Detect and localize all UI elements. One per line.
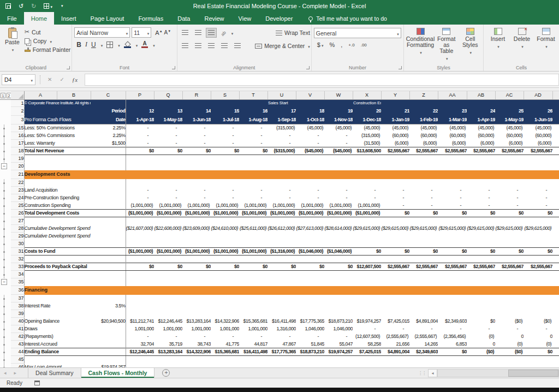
cell[interactable]: [182, 163, 211, 170]
cell[interactable]: (60,000): [438, 132, 467, 140]
cell[interactable]: [211, 356, 239, 364]
cell[interactable]: ($29,615,000): [524, 225, 552, 233]
cell[interactable]: [239, 233, 267, 240]
cell[interactable]: ($1,001,000): [154, 210, 182, 217]
cell[interactable]: ($25,611,000): [239, 225, 267, 233]
cell[interactable]: [552, 187, 559, 194]
cell-assumption[interactable]: [91, 100, 126, 107]
cell[interactable]: [438, 163, 467, 170]
cell[interactable]: (60,000): [495, 132, 524, 140]
cell[interactable]: (45,000): [409, 124, 438, 132]
cell[interactable]: [324, 302, 353, 310]
cell[interactable]: 1-Aug-18: [239, 116, 267, 124]
cell[interactable]: [495, 302, 524, 310]
cell-label[interactable]: © Corporate Finance Institute. All right…: [24, 100, 91, 107]
cell[interactable]: (1,001,000): [296, 202, 324, 210]
row-header-43[interactable]: 43: [11, 341, 24, 348]
column-header-P[interactable]: P: [126, 91, 154, 100]
cell[interactable]: [154, 163, 182, 170]
cell[interactable]: [211, 364, 239, 368]
cell[interactable]: ($29,615,000): [495, 225, 524, 233]
cell-label[interactable]: Proceeds to Payback Capital: [24, 263, 91, 271]
font-size-select[interactable]: 11: [132, 27, 151, 38]
cell[interactable]: 1-Jan-19: [381, 116, 409, 124]
cell[interactable]: ($0): [495, 348, 524, 356]
cell[interactable]: -: [438, 325, 467, 333]
cell[interactable]: [552, 155, 559, 163]
section-banner[interactable]: Development Costs: [24, 170, 559, 179]
cell-label[interactable]: [24, 256, 91, 263]
underline-button[interactable]: U: [91, 41, 96, 49]
cell[interactable]: [154, 256, 182, 263]
cell[interactable]: [324, 278, 353, 286]
cell[interactable]: (1,001,000): [182, 202, 211, 210]
column-header-A[interactable]: A: [24, 91, 57, 100]
cell[interactable]: [182, 233, 211, 240]
cell[interactable]: [467, 233, 495, 240]
cell[interactable]: $16,411,498: [267, 318, 296, 325]
cell[interactable]: [126, 155, 154, 163]
cell[interactable]: [239, 217, 267, 225]
cell[interactable]: [438, 278, 467, 286]
cell[interactable]: [126, 233, 154, 240]
row-header-33[interactable]: 33: [11, 263, 24, 271]
cell-assumption[interactable]: [91, 325, 126, 333]
cell[interactable]: $4,891,004: [409, 318, 438, 325]
align-middle-button[interactable]: [193, 28, 204, 38]
cell[interactable]: $12,246,445: [154, 318, 182, 325]
cell-label[interactable]: Land Acquisition: [24, 187, 91, 194]
cell[interactable]: 1-Nov-18: [324, 116, 353, 124]
cell[interactable]: [211, 163, 239, 170]
cell[interactable]: $2,555,667: [495, 263, 524, 271]
cell[interactable]: $0: [296, 263, 324, 271]
cell[interactable]: 0: [495, 333, 524, 341]
cell[interactable]: [381, 217, 409, 225]
cell[interactable]: 0: [467, 341, 495, 348]
outline-collapse-button[interactable]: −: [1, 163, 7, 169]
cell[interactable]: $0: [239, 147, 267, 155]
insert-cells-button[interactable]: Insert: [486, 26, 510, 51]
cell[interactable]: [409, 100, 438, 107]
cell[interactable]: -: [324, 187, 353, 194]
cell-label[interactable]: [24, 179, 91, 187]
copy-button[interactable]: Copy: [25, 38, 70, 44]
cell[interactable]: ($1,001,000): [211, 248, 239, 256]
cell[interactable]: ($1,001,000): [211, 210, 239, 217]
format-as-table-button[interactable]: Format as Table: [435, 26, 459, 63]
cell[interactable]: [495, 155, 524, 163]
cell[interactable]: ($1,001,000): [126, 248, 154, 256]
cell[interactable]: $0: [438, 348, 467, 356]
menu-tab-formulas[interactable]: Formulas: [131, 12, 170, 25]
cell[interactable]: $2,555,667: [409, 263, 438, 271]
cell[interactable]: ($23,609,000): [182, 225, 211, 233]
cell[interactable]: [126, 295, 154, 302]
cell[interactable]: 1-May-18: [154, 116, 182, 124]
cell[interactable]: (6,000): [524, 140, 552, 147]
cell[interactable]: -: [467, 194, 495, 202]
cell-label[interactable]: [24, 155, 91, 163]
cell[interactable]: ($29,615,000): [409, 225, 438, 233]
cell[interactable]: [552, 302, 559, 310]
cell[interactable]: (1,001,000): [324, 202, 353, 210]
cell-label[interactable]: Max Loan Amount: [24, 364, 91, 368]
row-header-31[interactable]: 31: [11, 248, 24, 256]
cell[interactable]: [524, 278, 552, 286]
cell-label[interactable]: Costs to Fund: [24, 248, 91, 256]
cell[interactable]: ($0): [524, 318, 552, 325]
cell[interactable]: [552, 194, 559, 202]
cell[interactable]: [324, 271, 353, 278]
cell[interactable]: 24: [467, 107, 495, 116]
cell[interactable]: [296, 364, 324, 368]
menu-tab-page-layout[interactable]: Page Layout: [84, 12, 132, 25]
cell[interactable]: 1-Jun-19: [524, 116, 552, 124]
row-header-20[interactable]: 20: [11, 163, 24, 170]
cell[interactable]: [182, 217, 211, 225]
cell[interactable]: [296, 271, 324, 278]
cell-assumption[interactable]: [91, 263, 126, 271]
cell[interactable]: ($29,615,000): [438, 225, 467, 233]
redo-button[interactable]: ↻: [31, 3, 36, 10]
cell[interactable]: -: [467, 187, 495, 194]
cell[interactable]: ($1,001,000): [182, 210, 211, 217]
align-right-button[interactable]: [206, 41, 217, 51]
cell[interactable]: [296, 100, 324, 107]
